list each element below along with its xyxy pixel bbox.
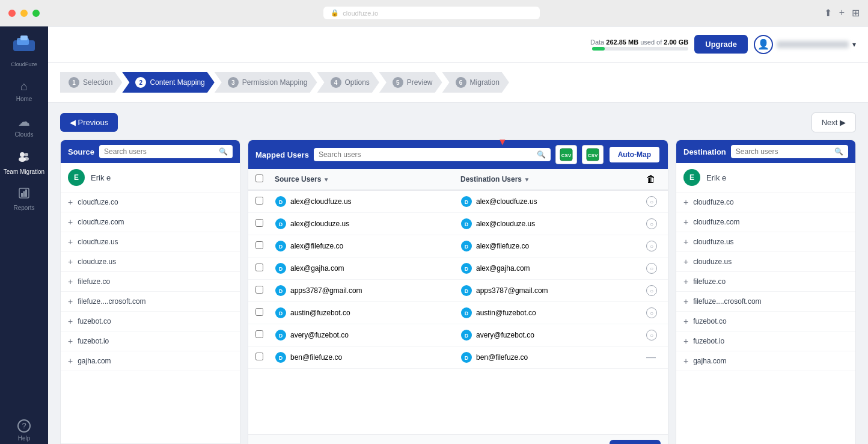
source-search-input[interactable]: [104, 147, 216, 156]
address-bar[interactable]: 🔒 cloudfuze.io: [323, 7, 540, 19]
row-check-7[interactable]: [255, 353, 263, 360]
wizard-step-4[interactable]: 4 Options: [317, 72, 379, 93]
dest-domain-text-7: fuzebot.io: [693, 337, 724, 345]
svg-text:D: D: [465, 333, 469, 339]
source-domain-4[interactable]: + filefuze.co: [61, 272, 240, 292]
row-check-3[interactable]: [255, 264, 263, 271]
csv-import-btn[interactable]: CSV: [555, 145, 577, 164]
automap-button[interactable]: Auto-Map: [608, 146, 661, 164]
source-domain-text-0: cloudfuze.co: [78, 198, 118, 206]
dest-domain-2[interactable]: + cloudfuze.us: [676, 232, 855, 252]
sidebar-item-home[interactable]: ⌂ Home: [0, 73, 48, 108]
dest-plus-7: +: [683, 336, 688, 346]
sidebar-item-clouds[interactable]: ☁ Clouds: [0, 108, 48, 144]
row-check-2[interactable]: [255, 241, 263, 249]
row-check-1[interactable]: [255, 219, 263, 227]
wizard-step-2[interactable]: 2 Content Mapping: [122, 72, 214, 93]
remove-row-4[interactable]: ○: [646, 285, 657, 296]
wizard-step-5[interactable]: 5 Preview: [379, 72, 442, 93]
dest-domain-5[interactable]: + filefuze....crosoft.com: [676, 292, 855, 312]
remove-row-0[interactable]: ○: [646, 196, 657, 207]
sidebar-label-reports: Reports: [13, 205, 34, 211]
source-domain-text-7: fuzebot.io: [78, 337, 109, 345]
select-all-checkbox[interactable]: [255, 174, 263, 182]
window-max-btn[interactable]: [32, 10, 40, 17]
dest-panel-body: E Erik e + cloudfuze.co + cloudfuze.com: [676, 163, 855, 444]
row-check-0[interactable]: [255, 197, 263, 205]
source-user-item[interactable]: E Erik e: [61, 163, 240, 193]
csv-export-btn[interactable]: CSV: [582, 145, 604, 164]
step-num-2: 2: [135, 77, 146, 88]
step-label-1: Selection: [83, 78, 112, 87]
svg-text:D: D: [279, 266, 283, 272]
window-min-btn[interactable]: [20, 10, 28, 17]
sidebar-item-team-migration[interactable]: Team Migration: [0, 144, 48, 181]
mapped-search-icon-btn[interactable]: 🔍: [537, 150, 546, 159]
upgrade-button[interactable]: Upgrade: [694, 35, 748, 54]
row-check-4[interactable]: [255, 286, 263, 294]
sidebar-item-help[interactable]: ? Help: [14, 415, 34, 444]
dest-domain-8[interactable]: + gajha.com: [676, 351, 855, 371]
user-menu[interactable]: 👤 ▾: [754, 35, 856, 54]
src-email-7: D ben@filefuze.co: [275, 351, 456, 363]
dest-user-item[interactable]: E Erik e: [676, 163, 855, 193]
wizard-step-3[interactable]: 3 Permission Mapping: [215, 72, 317, 93]
mapped-table-header: Source Users ▼ Destination Users ▼ 🗑: [248, 169, 668, 191]
row-check-5[interactable]: [255, 308, 263, 316]
new-tab-icon[interactable]: +: [839, 7, 845, 19]
wizard-step-6[interactable]: 6 Migration: [442, 72, 509, 93]
source-domain-1[interactable]: + cloudfuze.com: [61, 212, 240, 232]
remove-row-6[interactable]: ○: [646, 330, 657, 341]
wizard-step-1[interactable]: 1 Selection: [60, 72, 122, 93]
dest-domain-3[interactable]: + clouduze.us: [676, 252, 855, 272]
dest-filter-icon[interactable]: ▼: [524, 176, 530, 183]
row-check-6[interactable]: [255, 330, 263, 338]
source-domain-5[interactable]: + filefuze....crosoft.com: [61, 292, 240, 312]
share-icon[interactable]: ⬆: [824, 7, 832, 19]
remove-row-3[interactable]: ○: [646, 263, 657, 274]
mapped-panel-footer: Mappings : 64 Matched : 64 Unmatched : 0…: [248, 434, 668, 444]
source-domain-8[interactable]: + gajha.com: [61, 351, 240, 371]
dest-domain-1[interactable]: + cloudfuze.com: [676, 212, 855, 232]
drive-icon-dst-4: D: [460, 285, 472, 297]
drive-icon-dst-0: D: [460, 196, 472, 208]
source-search-wrap[interactable]: 🔍: [99, 145, 233, 158]
window-close-btn[interactable]: [8, 10, 16, 17]
source-domain-7[interactable]: + fuzebot.io: [61, 331, 240, 351]
dest-plus-4: +: [683, 277, 688, 286]
remove-row-5[interactable]: ○: [646, 307, 657, 318]
dest-domain-4[interactable]: + filefuze.co: [676, 272, 855, 292]
drive-icon-6: D: [275, 329, 287, 341]
usage-bar-bg: [592, 47, 688, 51]
mapped-search-wrap[interactable]: 🔍: [314, 148, 551, 161]
download-button[interactable]: Download: [610, 440, 661, 444]
dest-search-icon-btn[interactable]: 🔍: [834, 147, 843, 156]
trash-icon: 🗑: [646, 174, 656, 184]
remove-row-2[interactable]: ○: [646, 241, 657, 251]
mapped-search-input[interactable]: [319, 150, 534, 159]
source-domain-3[interactable]: + clouduze.us: [61, 252, 240, 272]
dest-search-wrap[interactable]: 🔍: [731, 145, 848, 158]
source-domain-2[interactable]: + cloudfuze.us: [61, 232, 240, 252]
tabs-icon[interactable]: ⊞: [852, 7, 860, 19]
dest-domain-0[interactable]: + cloudfuze.co: [676, 193, 855, 212]
previous-button[interactable]: ◀ Previous: [60, 113, 118, 132]
source-search-icon-btn[interactable]: 🔍: [219, 147, 228, 156]
help-label: Help: [18, 435, 31, 442]
remove-row-7[interactable]: —: [646, 352, 656, 362]
sidebar-item-reports[interactable]: Reports: [0, 181, 48, 217]
delete-all-col[interactable]: 🗑: [646, 174, 661, 185]
dest-search-input[interactable]: [736, 147, 832, 156]
source-domain-6[interactable]: + fuzebot.co: [61, 312, 240, 331]
source-domain-0[interactable]: + cloudfuze.co: [61, 193, 240, 212]
dest-domain-6[interactable]: + fuzebot.co: [676, 312, 855, 331]
mapped-row-0: D alex@cloudfuze.us D alex@cloudfuze.us …: [248, 191, 668, 213]
source-filter-icon[interactable]: ▼: [323, 176, 329, 183]
dst-email-7: D ben@filefuze.co: [460, 351, 641, 363]
remove-row-1[interactable]: ○: [646, 218, 657, 229]
next-button[interactable]: Next ▶: [811, 113, 856, 132]
data-usage: Data 262.85 MB used of 2.00 GB: [590, 39, 688, 51]
user-menu-chevron: ▾: [852, 40, 856, 49]
dest-domain-7[interactable]: + fuzebot.io: [676, 331, 855, 351]
source-panel: Source 🔍 E Erik e: [60, 140, 240, 444]
